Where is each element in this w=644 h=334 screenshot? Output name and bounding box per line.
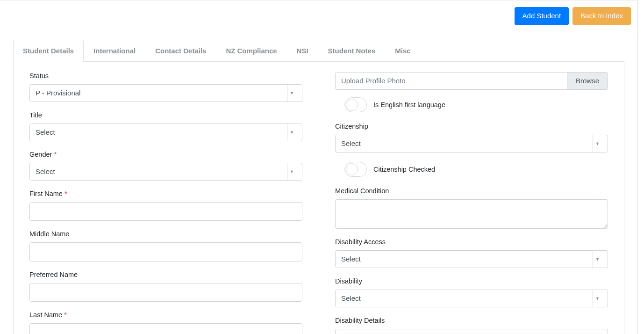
upload-photo-placeholder: Upload Profile Photo xyxy=(336,73,567,89)
gender-value: Select xyxy=(36,167,55,175)
disability-access-label: Disability Access xyxy=(335,238,608,246)
title-select[interactable]: Select ▼ xyxy=(29,123,302,141)
middle-name-input[interactable] xyxy=(29,242,302,261)
disability-select[interactable]: Select ▼ xyxy=(335,290,608,307)
tab-contact-details[interactable]: Contact Details xyxy=(145,40,216,62)
citizenship-label: Citizenship xyxy=(335,123,608,130)
gender-select[interactable]: Select ▼ xyxy=(29,163,302,181)
tab-student-notes[interactable]: Student Notes xyxy=(318,40,386,62)
required-indicator: * xyxy=(54,151,57,158)
citizenship-select[interactable]: Select ▼ xyxy=(335,135,608,152)
upload-photo-field[interactable]: Upload Profile Photo Browse xyxy=(335,72,608,90)
tab-misc[interactable]: Misc xyxy=(385,40,420,62)
tab-nz-compliance[interactable]: NZ Compliance xyxy=(216,40,286,62)
tab-student-details[interactable]: Student Details xyxy=(13,40,84,62)
browse-button[interactable]: Browse xyxy=(567,73,608,89)
medical-condition-input[interactable] xyxy=(335,199,608,229)
status-value: P - Provisional xyxy=(36,89,80,97)
first-name-input[interactable] xyxy=(29,202,302,221)
english-first-label: Is English first language xyxy=(373,101,445,109)
disability-label: Disability xyxy=(335,277,608,285)
toggle-knob xyxy=(346,163,358,175)
chevron-down-icon: ▼ xyxy=(595,141,600,146)
chevron-down-icon: ▼ xyxy=(290,91,294,95)
preferred-name-input[interactable] xyxy=(29,283,302,302)
last-name-label: Last Name * xyxy=(29,311,302,319)
left-column: Status P - Provisional ▼ Title Se xyxy=(29,72,302,334)
disability-access-value: Select xyxy=(341,255,361,263)
gender-label: Gender * xyxy=(29,151,302,158)
title-label: Title xyxy=(29,111,302,119)
middle-name-label: Middle Name xyxy=(29,230,302,238)
disability-value: Select xyxy=(341,294,361,302)
right-column: Upload Profile Photo Browse Is English f… xyxy=(335,72,608,334)
chevron-down-icon: ▼ xyxy=(290,169,294,174)
english-first-toggle[interactable] xyxy=(344,97,367,112)
tab-content: Status P - Provisional ▼ Title Se xyxy=(13,62,624,334)
citizenship-checked-toggle[interactable] xyxy=(344,162,367,177)
required-indicator: * xyxy=(64,311,67,319)
header-bar: Add Student Back to Index xyxy=(0,0,637,32)
preferred-name-label: Preferred Name xyxy=(29,271,302,278)
disability-access-select[interactable]: Select ▼ xyxy=(335,250,608,268)
medical-condition-label: Medical Condition xyxy=(335,187,608,195)
tab-international[interactable]: International xyxy=(84,40,145,62)
first-name-label: First Name * xyxy=(29,190,302,197)
tab-nsi[interactable]: NSI xyxy=(287,40,318,62)
status-label: Status xyxy=(29,72,302,80)
tabs-bar: Student Details International Contact De… xyxy=(13,40,624,62)
disability-details-label: Disability Details xyxy=(335,317,608,324)
chevron-down-icon: ▼ xyxy=(290,130,294,135)
citizenship-checked-label: Citizenship Checked xyxy=(373,166,435,173)
status-select[interactable]: P - Provisional ▼ xyxy=(29,84,302,102)
add-student-button[interactable]: Add Student xyxy=(515,7,569,25)
title-value: Select xyxy=(36,128,55,136)
last-name-input[interactable] xyxy=(29,323,302,334)
required-indicator: * xyxy=(64,190,67,197)
toggle-knob xyxy=(346,99,358,111)
citizenship-value: Select xyxy=(341,139,361,147)
chevron-down-icon: ▼ xyxy=(595,257,600,261)
back-to-index-button[interactable]: Back to Index xyxy=(572,7,631,25)
chevron-down-icon: ▼ xyxy=(595,296,600,301)
disability-details-input[interactable] xyxy=(335,329,608,334)
